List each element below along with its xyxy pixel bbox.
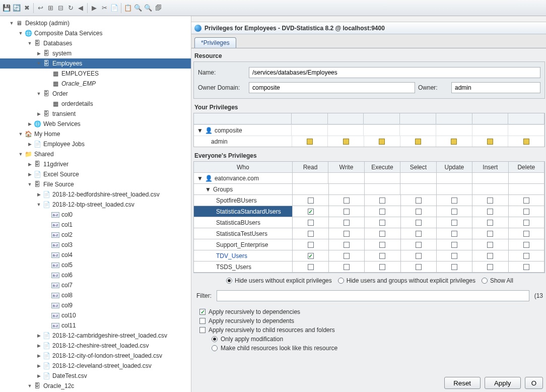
ok-button[interactable]: O [525,377,543,389]
tree-node[interactable]: ▶📄2018-12-cheshire-street_loaded.csv [0,341,191,351]
permission-checkbox[interactable] [451,209,457,215]
tree-node[interactable]: a-zcol10 [0,310,191,320]
tree-node[interactable]: ▦orderdetails [0,99,191,109]
expand-icon[interactable]: ▼ [18,132,23,137]
tree-node[interactable]: ▶📄2018-12-city-of-london-street_loaded.c… [0,351,191,361]
toolbar-button[interactable]: 🔄 [12,4,21,13]
group-row[interactable]: StatisticaStandardUsers [194,206,293,217]
permission-checkbox[interactable] [416,231,422,237]
apply-dependents-check[interactable]: Apply recursively to dependents [199,317,543,324]
permission-checkbox[interactable] [451,253,457,259]
tree-node[interactable]: ▶📄2018-12-cleveland-street_loaded.csv [0,361,191,371]
expand-icon[interactable]: ▼ [27,41,32,46]
toolbar-button[interactable]: 🔍 [144,4,153,13]
toolbar-button[interactable]: 📄 [110,4,119,13]
group-row[interactable]: StatisticaTestUsers [194,228,293,239]
tree-node[interactable]: ▶🌐Web Services [0,119,191,129]
permission-checkbox[interactable] [308,220,314,226]
permission-checkbox[interactable] [451,198,457,204]
permission-checkbox[interactable] [308,198,314,204]
permission-checkbox[interactable] [416,209,422,215]
toolbar-button[interactable]: ↻ [66,4,75,13]
tree-node[interactable]: ▶📄2018-12-bedfordshire-street_loaded.csv [0,189,191,200]
permission-checkbox[interactable] [416,198,422,204]
expand-icon[interactable]: ▼ [18,152,23,157]
expand-icon[interactable]: ▶ [27,142,32,147]
permission-checkbox[interactable] [523,198,529,204]
tree-node[interactable]: ▼📁Shared [0,149,191,159]
toolbar-button[interactable]: ⊞ [46,4,55,13]
tree-node[interactable]: a-zcol3 [0,240,191,250]
tree-node[interactable]: a-zcol7 [0,280,191,290]
tree-node[interactable]: ▼🗄Databases [0,38,191,48]
owner-domain-field[interactable] [249,82,415,93]
permission-checkbox[interactable] [344,209,350,215]
expand-icon[interactable]: ▶ [36,353,41,358]
tree-node[interactable]: ▼🖥Desktop (admin) [0,18,191,28]
tree-node[interactable]: a-zcol2 [0,230,191,240]
permission-checkbox[interactable] [487,220,493,226]
tree-node[interactable]: a-zcol11 [0,320,191,331]
permission-checkbox[interactable] [487,242,493,248]
tree-node[interactable]: ▶📄Excel Source [0,169,191,179]
tree-node[interactable]: ▼🗄Order [0,89,191,99]
permission-checkbox[interactable] [344,198,350,204]
permission-checkbox[interactable] [416,220,422,226]
toolbar-button[interactable]: ✖ [22,4,31,13]
permission-checkbox[interactable] [487,264,493,270]
expand-icon[interactable]: ▼ [197,127,203,134]
permission-checkbox[interactable] [416,264,422,270]
hide-users-radio[interactable]: Hide users without explicit privileges [226,277,332,284]
permission-checkbox[interactable] [308,209,314,215]
tab-privileges[interactable]: *Privileges [194,37,236,48]
tree-node[interactable]: ▼🗄Oracle_12c [0,381,191,391]
tree-node[interactable]: ▼📄2018-12-btp-street_loaded.csv [0,200,191,210]
tree-node[interactable]: a-zcol5 [0,260,191,270]
apply-button[interactable]: Apply [485,377,521,389]
tree-node[interactable]: ▶📄2018-12-cambridgeshire-street_loaded.c… [0,331,191,341]
permission-checkbox[interactable] [379,242,385,248]
toolbar-button[interactable]: ⊟ [56,4,65,13]
expand-icon[interactable]: ▼ [9,21,14,26]
permission-checkbox[interactable] [451,220,457,226]
tree-node[interactable]: a-zcol6 [0,270,191,280]
toolbar-button[interactable]: 📋 [123,4,132,13]
tree-node[interactable]: ▶🗄11gdriver [0,159,191,169]
filter-input[interactable] [217,290,529,301]
tree-node[interactable]: ▦EMPLOYEES [0,69,191,79]
tree-node[interactable]: a-zcol9 [0,300,191,310]
permission-checkbox[interactable] [523,220,529,226]
expand-icon[interactable]: ▼ [36,202,41,207]
permission-checkbox[interactable] [451,231,457,237]
tree-node[interactable]: ▼🌐Composite Data Services [0,28,191,38]
expand-icon[interactable]: ▼ [27,383,32,388]
resource-tree[interactable]: ▼🖥Desktop (admin)▼🌐Composite Data Servic… [0,16,191,392]
reset-button[interactable]: Reset [444,377,481,389]
tree-node[interactable]: ▼🗄File Source [0,179,191,189]
hide-users-groups-radio[interactable]: Hide users and groups without explicit p… [338,277,475,284]
permission-checkbox[interactable] [379,209,385,215]
owner-field[interactable] [451,82,540,93]
expand-icon[interactable]: ▼ [36,91,41,96]
toolbar-button[interactable]: ↩ [36,4,45,13]
permission-checkbox[interactable] [523,242,529,248]
tree-node[interactable]: a-zcol0 [0,210,191,220]
permission-checkbox[interactable] [379,253,385,259]
tree-node[interactable]: a-zcol8 [0,290,191,300]
group-row[interactable]: SpotfireBUsers [194,195,293,206]
expand-icon[interactable]: ▶ [27,162,32,167]
group-row[interactable]: StatisticaBUsers [194,217,293,228]
permission-checkbox[interactable] [379,264,385,270]
toolbar-button[interactable]: ✂ [100,4,109,13]
permission-checkbox[interactable] [487,209,493,215]
permission-checkbox[interactable] [487,198,493,204]
tree-node[interactable]: ▼🏠My Home [0,129,191,139]
name-field[interactable] [249,67,540,78]
expand-icon[interactable]: ▶ [36,51,41,56]
permission-checkbox[interactable] [416,242,422,248]
group-row[interactable]: TSDS_Users [194,262,293,273]
expand-icon[interactable]: ▶ [36,333,41,338]
tree-node[interactable]: ▶🗄transient [0,109,191,119]
expand-icon[interactable]: ▼ [36,61,41,66]
permission-checkbox[interactable] [451,242,457,248]
